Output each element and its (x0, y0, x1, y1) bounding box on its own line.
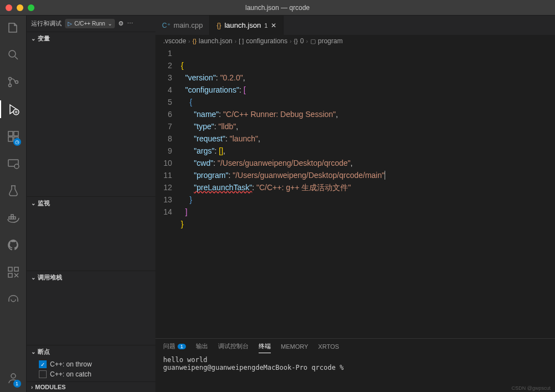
breadcrumb[interactable]: .vscode› {}launch.json› [ ]configuration… (155, 35, 555, 47)
breakpoint-label: C++: on catch (50, 370, 92, 378)
watch-header[interactable]: ⌄监视 (27, 197, 155, 210)
json-file-icon: {} (216, 22, 221, 29)
docker-icon[interactable] (7, 211, 20, 226)
callstack-header[interactable]: ⌄调用堆栈 (27, 271, 155, 284)
panel-tabs: 问题1 输出 调试控制台 终端 MEMORY XRTOS (155, 339, 555, 354)
svg-rect-14 (11, 215, 13, 217)
breakpoints-label: 断点 (38, 348, 50, 356)
editor-tabs: C⁺ main.cpp {} launch.json 1 ✕ (155, 16, 555, 35)
run-debug-icon[interactable] (7, 103, 20, 118)
debug-sidebar: 运行和调试 ▷ C/C++ Runn ⌄ ⚙ ⋯ ⌄变量 ⌄监视 ⌄调用堆栈 ⌄… (27, 16, 155, 392)
svg-rect-15 (8, 267, 12, 271)
more-icon[interactable]: ⋯ (127, 20, 133, 27)
breadcrumb-file[interactable]: launch.json (199, 37, 233, 45)
tab-main-cpp[interactable]: C⁺ main.cpp (155, 16, 210, 35)
json-icon: {} (193, 38, 196, 44)
svg-point-1 (8, 78, 11, 80)
checkbox-checked-icon: ✓ (39, 360, 47, 368)
main-area: ◷ 1 运行和调试 ▷ C/C++ Runn ⌄ ⚙ ⋯ ⌄变量 ⌄监视 ⌄调用 (0, 16, 555, 392)
accounts-badge: 1 (13, 380, 21, 388)
remote-icon[interactable] (7, 157, 20, 172)
svg-point-3 (15, 81, 18, 84)
svg-point-18 (11, 374, 16, 378)
svg-point-2 (8, 84, 11, 87)
variables-header[interactable]: ⌄变量 (27, 32, 155, 45)
extensions-icon[interactable]: ◷ (7, 130, 20, 145)
editor-area: C⁺ main.cpp {} launch.json 1 ✕ .vscode› … (155, 16, 555, 392)
svg-point-10 (14, 164, 19, 169)
breakpoints-header[interactable]: ⌄断点 (27, 345, 155, 358)
codespaces-icon[interactable] (7, 293, 20, 308)
breakpoint-label: C++: on throw (50, 360, 92, 368)
svg-rect-6 (14, 131, 18, 136)
chevron-down-icon: ⌄ (31, 274, 36, 281)
problems-tab[interactable]: 问题1 (163, 342, 186, 350)
close-window-button[interactable] (6, 4, 12, 11)
tab-modified-badge: 1 (264, 22, 268, 29)
terminal-output[interactable]: hello world guanweipeng@guanweipengdeMac… (155, 354, 555, 392)
memory-tab[interactable]: MEMORY (281, 342, 308, 350)
minimize-window-button[interactable] (17, 4, 23, 11)
window-title: launch.json — qrcode (245, 4, 310, 12)
code-content[interactable]: { "version": "0.2.0", "configurations": … (181, 47, 555, 338)
testing-icon[interactable] (7, 184, 20, 199)
modules-label: MODULES (35, 384, 65, 390)
breadcrumb-field[interactable]: program (318, 37, 343, 45)
gear-icon[interactable]: ⚙ (118, 20, 124, 27)
debug-console-tab[interactable]: 调试控制台 (218, 342, 249, 350)
breakpoint-on-catch[interactable]: C++: on catch (39, 369, 153, 379)
tab-label: main.cpp (174, 21, 203, 29)
modules-section[interactable]: ›MODULES (27, 381, 155, 392)
debug-config-name: C/C++ Runn (74, 21, 105, 27)
chevron-right-icon: › (31, 384, 33, 390)
github-icon[interactable] (7, 238, 20, 253)
variables-label: 变量 (38, 34, 50, 43)
chevron-down-icon: ⌄ (108, 21, 112, 27)
sidebar-header: 运行和调试 ▷ C/C++ Runn ⌄ ⚙ ⋯ (27, 16, 155, 32)
project-icon[interactable] (7, 266, 20, 281)
breakpoints-section: ⌄断点 ✓C++: on throw C++: on catch (27, 345, 155, 381)
chevron-down-icon: ⌄ (31, 349, 36, 355)
search-icon[interactable] (7, 48, 20, 63)
svg-rect-16 (14, 267, 18, 271)
breadcrumb-folder[interactable]: .vscode (163, 37, 186, 45)
breakpoint-on-throw[interactable]: ✓C++: on throw (39, 359, 153, 369)
bottom-panel: 问题1 输出 调试控制台 终端 MEMORY XRTOS hello world… (155, 338, 555, 392)
tab-label: launch.json (224, 21, 261, 29)
svg-rect-7 (8, 137, 13, 141)
window-controls (0, 4, 34, 11)
maximize-window-button[interactable] (28, 4, 34, 11)
source-control-icon[interactable] (7, 75, 20, 90)
chevron-down-icon: ⌄ (31, 200, 36, 206)
terminal-tab[interactable]: 终端 (259, 342, 271, 353)
output-tab[interactable]: 输出 (196, 342, 208, 350)
svg-rect-17 (8, 273, 12, 277)
cpp-file-icon: C⁺ (162, 22, 170, 29)
watermark: CSDN @gwpscut (512, 385, 551, 391)
titlebar: launch.json — qrcode (0, 0, 555, 16)
activity-bar: ◷ 1 (0, 16, 27, 392)
variables-section: ⌄变量 (27, 32, 155, 45)
svg-rect-5 (8, 131, 13, 136)
breadcrumb-array[interactable]: configurations (246, 37, 287, 45)
chevron-down-icon: ⌄ (31, 35, 36, 42)
explorer-icon[interactable] (7, 21, 20, 36)
accounts-icon[interactable]: 1 (7, 371, 20, 386)
code-editor[interactable]: 1234567891011121314 { "version": "0.2.0"… (155, 47, 555, 338)
object-icon: {} (294, 38, 297, 44)
problems-badge: 1 (178, 344, 186, 349)
callstack-label: 调用堆栈 (38, 273, 62, 282)
extensions-badge-icon: ◷ (13, 138, 21, 146)
watch-label: 监视 (38, 199, 50, 207)
field-icon: ▢ (310, 38, 316, 45)
debug-config-selector[interactable]: ▷ C/C++ Runn ⌄ (65, 19, 115, 28)
watch-section: ⌄监视 (27, 196, 155, 210)
svg-point-0 (9, 50, 16, 57)
callstack-section: ⌄调用堆栈 (27, 271, 155, 284)
close-icon[interactable]: ✕ (271, 22, 276, 29)
xrtos-tab[interactable]: XRTOS (318, 342, 339, 350)
checkbox-icon (39, 370, 47, 378)
line-gutter: 1234567891011121314 (155, 47, 181, 338)
breadcrumb-index[interactable]: 0 (300, 37, 304, 45)
tab-launch-json[interactable]: {} launch.json 1 ✕ (210, 16, 284, 35)
